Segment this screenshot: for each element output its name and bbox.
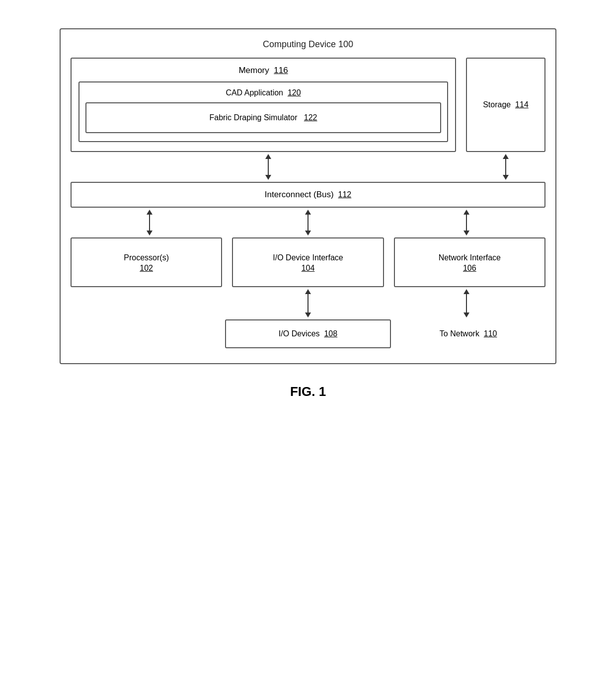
to-network-number: 110 <box>484 329 497 338</box>
io-devices-label: I/O Devices 108 <box>231 329 385 338</box>
arrow-storage-to-bus <box>500 152 512 182</box>
bottom-row: Processor(s) 102 I/O Device Interface 10… <box>71 237 545 287</box>
svg-marker-5 <box>503 175 509 180</box>
svg-marker-12 <box>463 210 469 215</box>
svg-marker-20 <box>463 312 469 317</box>
computing-device-label: Computing Device 100 <box>71 39 545 50</box>
io-interface-number: 104 <box>273 264 343 273</box>
storage-box: Storage 114 <box>466 58 545 152</box>
processor-box: Processor(s) 102 <box>71 237 222 287</box>
processor-text: Processor(s) <box>124 253 169 262</box>
processor-label: Processor(s) <box>124 252 169 264</box>
cad-box: CAD Application 120 Fabric Draping Simul… <box>78 81 448 142</box>
io-devices-text: I/O Devices <box>279 329 320 338</box>
memory-text: Memory <box>238 66 269 75</box>
arrow-io-interface-to-io-devices <box>302 287 314 319</box>
svg-marker-17 <box>305 312 311 317</box>
arrow-bus-to-network-interface <box>461 208 472 237</box>
fabric-number: 122 <box>304 113 317 122</box>
cad-text: CAD Application <box>226 88 283 97</box>
memory-number: 116 <box>274 66 288 75</box>
arrow-bus-to-processor <box>144 208 155 237</box>
memory-box: Memory 116 CAD Application 120 Fabric Dr… <box>71 58 456 152</box>
interconnect-text: Interconnect (Bus) <box>265 190 334 199</box>
storage-number: 114 <box>515 100 529 109</box>
to-network-label: To Network 110 <box>440 329 497 338</box>
arrow-network-interface-to-network <box>461 287 472 319</box>
svg-marker-15 <box>305 289 311 294</box>
io-devices-number: 108 <box>324 329 337 338</box>
svg-marker-2 <box>265 175 271 180</box>
svg-marker-14 <box>463 231 469 235</box>
svg-marker-8 <box>147 231 153 235</box>
network-interface-number: 106 <box>439 264 501 273</box>
cad-label: CAD Application 120 <box>85 88 441 97</box>
diagram-container: Computing Device 100 Memory 116 CAD Appl… <box>60 28 556 364</box>
arrow-memory-to-bus <box>262 152 274 182</box>
svg-marker-18 <box>463 289 469 294</box>
memory-label: Memory 116 <box>78 66 448 76</box>
network-interface-box: Network Interface 106 <box>394 237 545 287</box>
interconnect-number: 112 <box>338 190 352 199</box>
svg-marker-0 <box>265 154 271 159</box>
interconnect-box: Interconnect (Bus) 112 <box>71 182 545 208</box>
computing-device-text: Computing Device 100 <box>263 39 353 49</box>
io-interface-box: I/O Device Interface 104 <box>232 237 384 287</box>
to-network-text: To Network <box>440 329 479 338</box>
network-interface-text: Network Interface <box>439 253 501 262</box>
svg-marker-11 <box>305 231 311 235</box>
svg-marker-3 <box>503 154 509 159</box>
fabric-text: Fabric Draping Simulator <box>210 113 298 122</box>
processor-number: 102 <box>124 264 169 273</box>
page: Computing Device 100 Memory 116 CAD Appl… <box>35 13 581 684</box>
fig-label: FIG. 1 <box>290 384 326 399</box>
storage-text: Storage <box>483 100 511 109</box>
io-interface-label: I/O Device Interface <box>273 252 343 264</box>
io-interface-text: I/O Device Interface <box>273 253 343 262</box>
network-interface-label: Network Interface <box>439 252 501 264</box>
svg-marker-9 <box>305 210 311 215</box>
storage-label: Storage 114 <box>483 100 529 109</box>
arrow-bus-to-io-interface <box>302 208 314 237</box>
cad-number: 120 <box>288 88 301 97</box>
fabric-box: Fabric Draping Simulator 122 <box>85 102 441 133</box>
io-devices-box: I/O Devices 108 <box>225 319 391 348</box>
svg-marker-6 <box>147 210 153 215</box>
